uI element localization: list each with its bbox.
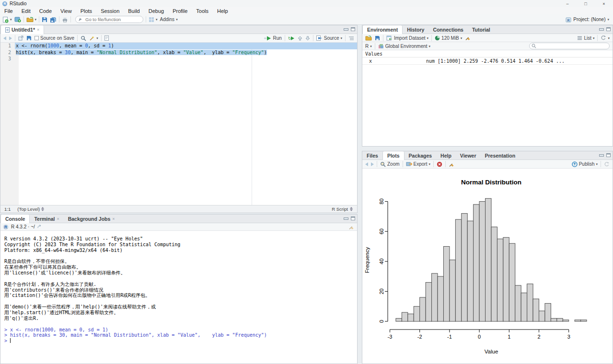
open-folder-icon (26, 17, 34, 23)
tab-console[interactable]: Console (0, 215, 30, 223)
minimize-pane-icon[interactable] (344, 216, 348, 220)
popout-icon[interactable] (18, 35, 23, 41)
code-tools-button[interactable]: ▾ (89, 35, 98, 41)
menu-plots[interactable]: Plots (76, 8, 96, 14)
export-plot-button[interactable]: Export ▾ (406, 161, 430, 167)
tab-viewer[interactable]: Viewer (456, 151, 481, 159)
window-minimize-button[interactable]: – (558, 0, 577, 7)
save-workspace-icon[interactable] (375, 35, 380, 41)
import-dataset-button[interactable]: Import Dataset ▾ (386, 35, 428, 41)
forward-icon[interactable] (9, 36, 12, 40)
memory-usage-button[interactable]: 120 MiB ▾ (435, 35, 462, 41)
menu-help[interactable]: Help (213, 8, 232, 14)
close-terminal-icon[interactable]: × (57, 216, 59, 221)
environment-search-input[interactable] (529, 43, 610, 49)
project-icon: R (566, 17, 571, 23)
save-button[interactable] (42, 17, 47, 23)
editor-tab-untitled1[interactable]: Untitled1* × (0, 25, 44, 34)
maximize-pane-icon[interactable] (351, 216, 355, 220)
tab-presentation[interactable]: Presentation (481, 151, 520, 159)
clear-environment-icon[interactable] (465, 35, 471, 41)
menu-view[interactable]: View (56, 8, 76, 14)
addins-button[interactable]: Addins ▾ (160, 17, 178, 22)
memory-pie-icon (435, 35, 440, 41)
window-close-button[interactable]: × (595, 0, 613, 7)
down-arrow-icon[interactable] (305, 36, 310, 41)
open-in-files-icon[interactable] (37, 225, 42, 229)
tab-tutorial[interactable]: Tutorial (468, 25, 495, 34)
source-button[interactable]: Source ▾ (316, 35, 342, 41)
rerun-icon[interactable]: ↻ (288, 36, 295, 41)
list-view-button[interactable]: List ▾ (577, 35, 594, 41)
console-output[interactable]: R version 4.3.2 (2023-10-31 ucrt) -- "Ey… (0, 231, 357, 344)
tab-files[interactable]: Files (362, 151, 382, 159)
menu-file[interactable]: File (0, 8, 17, 14)
new-project-button[interactable] (14, 16, 21, 23)
maximize-pane-icon[interactable] (351, 27, 355, 31)
previous-plot-icon[interactable] (365, 162, 368, 166)
scope-selector[interactable]: (Top Level) (17, 206, 45, 212)
environment-toolbar: Import Dataset ▾ 120 MiB ▾ List ▾ ▾ (362, 34, 613, 42)
load-workspace-icon[interactable] (365, 35, 372, 41)
document-outline-icon[interactable] (348, 36, 354, 41)
console-output-line: Copyright (C) 2023 The R Foundation for … (4, 242, 357, 248)
minimize-pane-icon[interactable] (599, 27, 604, 31)
search-icon (532, 44, 536, 48)
project-menu-button[interactable]: R Project: (None) ▾ (566, 17, 609, 23)
open-file-button[interactable]: ▾ (26, 17, 37, 23)
new-file-button[interactable]: ▾ (2, 16, 12, 23)
shortcuts-button[interactable]: ▾ (149, 17, 158, 23)
next-plot-icon[interactable] (371, 162, 374, 166)
tab-terminal[interactable]: Terminal× (30, 215, 63, 223)
menu-edit[interactable]: Edit (17, 8, 35, 14)
refresh-environment-button[interactable]: ▾ (601, 35, 610, 41)
refresh-plot-icon[interactable] (604, 161, 610, 167)
maximize-pane-icon[interactable] (606, 153, 611, 157)
find-replace-icon[interactable] (81, 35, 86, 41)
window-maximize-button[interactable]: □ (577, 0, 595, 7)
maximize-pane-icon[interactable] (606, 27, 611, 31)
minimize-pane-icon[interactable] (344, 27, 348, 31)
code-line: 3 (0, 56, 357, 62)
console-working-dir[interactable]: R 4.3.2 · ~/ (11, 224, 35, 229)
environment-scope-selector[interactable]: Global Environment ▾ (378, 44, 430, 49)
language-selector[interactable]: R ▾ (365, 44, 372, 49)
minimize-pane-icon[interactable] (599, 153, 604, 157)
svg-text:0: 0 (379, 320, 384, 323)
scope-chooser-icon (41, 207, 45, 211)
back-icon[interactable] (3, 36, 6, 40)
tab-environment[interactable]: Environment (362, 25, 403, 34)
menu-profile[interactable]: Profile (168, 8, 192, 14)
compile-report-icon[interactable] (104, 35, 109, 41)
save-all-button[interactable] (50, 17, 57, 23)
tab-connections[interactable]: Connections (428, 25, 468, 34)
run-button[interactable]: Run (264, 35, 281, 41)
tab-background-jobs[interactable]: Background Jobs× (64, 215, 119, 223)
zoom-plot-button[interactable]: Zoom (380, 161, 400, 167)
environment-entry-x[interactable]: x num [1:1000] 2.259 -2.476 0.514 1.464 … (362, 57, 613, 65)
code-editor[interactable]: 1x <- rnorm(1000, mean = 0, sd = 1)2hist… (0, 43, 357, 206)
close-jobs-icon[interactable]: × (112, 216, 115, 221)
tab-packages[interactable]: Packages (405, 151, 436, 159)
clear-console-icon[interactable] (348, 224, 354, 230)
up-arrow-icon[interactable] (298, 36, 302, 41)
menu-tools[interactable]: Tools (192, 8, 213, 14)
console-cursor (10, 338, 11, 343)
tab-history[interactable]: History (403, 25, 428, 34)
print-button[interactable] (62, 17, 68, 23)
save-icon[interactable] (26, 35, 32, 41)
close-tab-icon[interactable]: × (37, 27, 39, 32)
menu-session[interactable]: Session (96, 8, 124, 14)
tab-plots[interactable]: Plots (382, 151, 405, 160)
source-on-save-toggle[interactable]: Source on Save (35, 35, 74, 41)
tab-help[interactable]: Help (436, 151, 456, 159)
publish-button[interactable]: Publish ▾ (572, 161, 598, 167)
filetype-selector[interactable]: R Script (332, 206, 353, 212)
goto-file-input[interactable] (75, 16, 143, 23)
menu-build[interactable]: Build (124, 8, 144, 14)
environment-object-list: Values x num [1:1000] 2.259 -2.476 0.514… (362, 50, 613, 65)
remove-plot-icon[interactable] (437, 161, 442, 167)
clear-all-plots-icon[interactable] (449, 161, 454, 167)
menu-code[interactable]: Code (35, 8, 56, 14)
menu-debug[interactable]: Debug (144, 8, 168, 14)
